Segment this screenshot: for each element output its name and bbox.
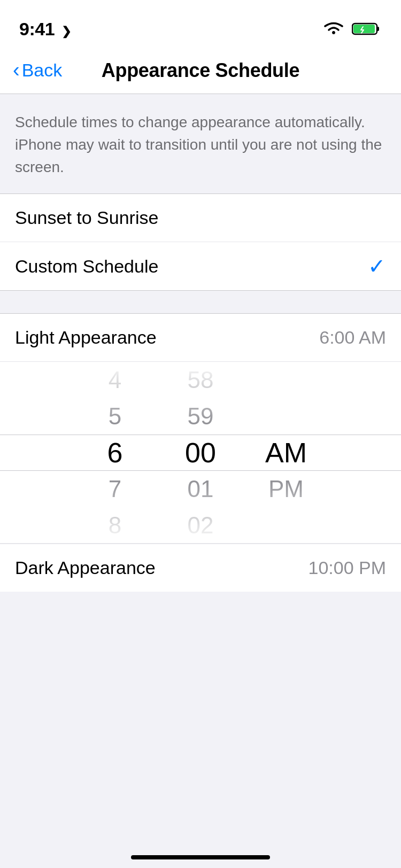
description-text: Schedule times to change appearance auto…	[15, 111, 386, 179]
picker-empty-5	[243, 544, 329, 544]
option-sunset[interactable]: Sunset to Sunrise	[0, 194, 401, 242]
dark-appearance-row[interactable]: Dark Appearance 10:00 PM	[0, 544, 401, 592]
picker-hour-5: 5	[72, 398, 158, 435]
dark-appearance-value: 10:00 PM	[308, 557, 386, 578]
picker-min-58: 58	[158, 362, 243, 398]
picker-am: AM	[243, 435, 329, 471]
back-button[interactable]: ‹ Back	[13, 60, 62, 81]
description-section: Schedule times to change appearance auto…	[0, 94, 401, 194]
picker-min-02: 02	[158, 507, 243, 544]
picker-columns: 3 4 5 6 7 8 9 57 58 59 00 01 02 03	[0, 362, 401, 543]
picker-min-03: 03	[158, 544, 243, 544]
status-icons	[322, 20, 382, 37]
options-list: Sunset to Sunrise Custom Schedule ✓	[0, 194, 401, 290]
picker-hour-7: 7	[72, 471, 158, 507]
picker-min-00: 00	[158, 435, 243, 471]
picker-hour-6: 6	[72, 435, 158, 471]
svg-rect-2	[353, 25, 375, 33]
battery-icon	[352, 21, 382, 36]
light-appearance-label: Light Appearance	[15, 327, 157, 348]
dark-appearance-label: Dark Appearance	[15, 557, 156, 578]
time-picker[interactable]: 3 4 5 6 7 8 9 57 58 59 00 01 02 03	[0, 362, 401, 544]
light-appearance-row[interactable]: Light Appearance 6:00 AM	[0, 314, 401, 362]
wifi-icon	[322, 20, 345, 37]
back-chevron-icon: ‹	[13, 60, 20, 80]
svg-rect-1	[377, 27, 379, 31]
location-icon: ❯	[61, 25, 71, 38]
picker-ampm-column[interactable]: AM PM	[243, 362, 329, 544]
home-indicator	[131, 855, 270, 859]
picker-empty-2	[243, 362, 329, 398]
checkmark-icon: ✓	[368, 254, 386, 278]
page-title: Appearance Schedule	[102, 59, 299, 82]
status-time: 9:41 ❯	[19, 19, 71, 40]
status-bar: 9:41 ❯	[0, 0, 401, 47]
section-divider	[0, 290, 401, 314]
picker-hour-8: 8	[72, 507, 158, 544]
option-sunset-label: Sunset to Sunrise	[15, 207, 158, 228]
nav-bar: ‹ Back Appearance Schedule	[0, 47, 401, 94]
picker-min-01: 01	[158, 471, 243, 507]
back-label: Back	[22, 60, 63, 81]
picker-pm: PM	[243, 471, 329, 507]
picker-min-59: 59	[158, 398, 243, 435]
picker-empty-3	[243, 398, 329, 435]
picker-hours-column[interactable]: 3 4 5 6 7 8 9	[72, 362, 158, 544]
light-appearance-value: 6:00 AM	[319, 327, 386, 348]
picker-hour-4: 4	[72, 362, 158, 398]
option-custom[interactable]: Custom Schedule ✓	[0, 242, 401, 290]
appearance-section: Light Appearance 6:00 AM 3 4 5 6 7 8 9 5…	[0, 314, 401, 592]
picker-empty-4	[243, 507, 329, 544]
picker-hour-9: 9	[72, 544, 158, 544]
bottom-background	[0, 592, 401, 805]
picker-minutes-column[interactable]: 57 58 59 00 01 02 03	[158, 362, 243, 544]
time-display: 9:41	[19, 19, 55, 39]
option-custom-label: Custom Schedule	[15, 256, 158, 277]
